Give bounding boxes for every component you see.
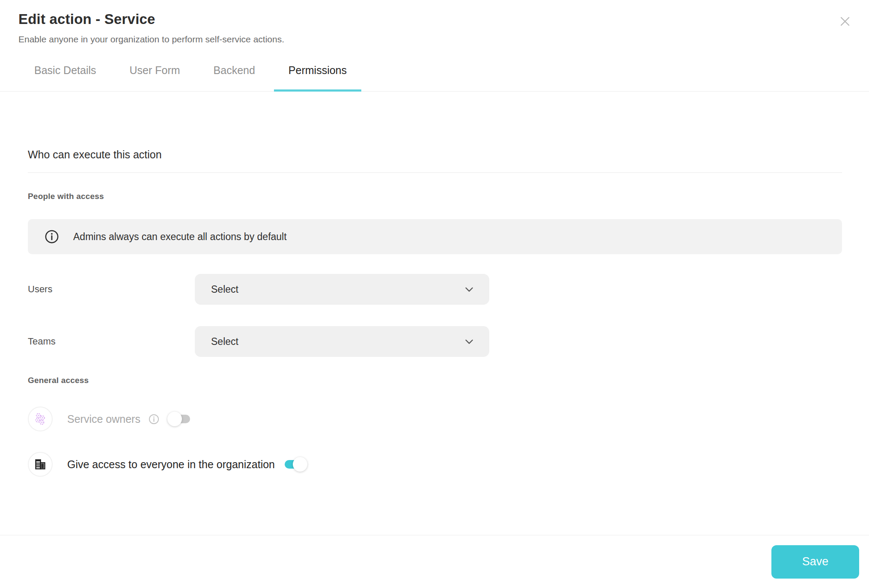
users-field-row: Users Select [28, 274, 842, 305]
service-owners-icon [33, 411, 48, 427]
save-button[interactable]: Save [771, 545, 859, 579]
service-owners-avatar [28, 407, 53, 431]
teams-field-row: Teams Select [28, 326, 842, 357]
everyone-access-row: Give access to everyone in the organizat… [28, 452, 842, 477]
organization-avatar [28, 452, 53, 477]
users-select[interactable]: Select [195, 274, 489, 305]
teams-label: Teams [28, 336, 195, 347]
people-with-access-label: People with access [28, 192, 842, 201]
tab-bar: Basic Details User Form Backend Permissi… [0, 64, 869, 92]
everyone-access-toggle[interactable] [283, 457, 307, 472]
close-icon [838, 15, 852, 28]
banner-text: Admins always can execute all actions by… [73, 231, 287, 243]
users-label: Users [28, 284, 195, 295]
teams-select[interactable]: Select [195, 326, 489, 357]
modal-header: Edit action - Service Enable anyone in y… [0, 0, 869, 45]
modal-footer: Save [0, 535, 869, 588]
permissions-panel: Who can execute this action People with … [0, 92, 869, 535]
page-subtitle: Enable anyone in your organization to pe… [18, 34, 851, 45]
general-access-label: General access [28, 376, 842, 385]
organization-icon [33, 457, 48, 472]
service-owners-row: Service owners [28, 407, 842, 431]
page-title: Edit action - Service [18, 11, 851, 27]
users-select-value: Select [211, 284, 238, 295]
edit-action-modal: Edit action - Service Enable anyone in y… [0, 0, 869, 588]
tab-basic-details[interactable]: Basic Details [34, 64, 96, 91]
info-icon[interactable] [148, 413, 160, 425]
tab-permissions[interactable]: Permissions [289, 64, 347, 91]
chevron-down-icon [464, 336, 475, 347]
close-button[interactable] [836, 13, 854, 30]
everyone-access-label: Give access to everyone in the organizat… [67, 458, 275, 471]
tab-backend[interactable]: Backend [214, 64, 255, 91]
service-owners-label: Service owners [67, 413, 140, 425]
tab-user-form[interactable]: User Form [130, 64, 180, 91]
info-icon [44, 229, 60, 244]
teams-select-value: Select [211, 336, 238, 347]
section-title: Who can execute this action [28, 148, 842, 173]
service-owners-toggle[interactable] [167, 411, 192, 427]
admins-info-banner: Admins always can execute all actions by… [28, 219, 842, 254]
chevron-down-icon [464, 284, 475, 295]
